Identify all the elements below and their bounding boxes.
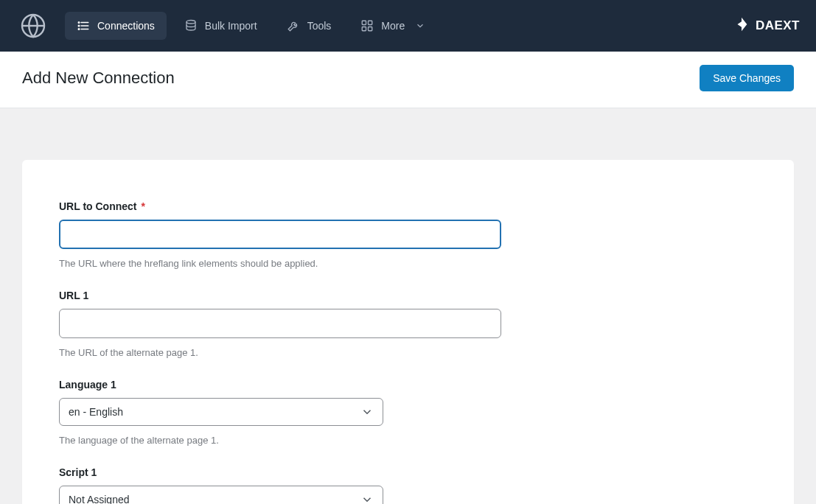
- field-language1: Language 1 en - English The language of …: [59, 379, 757, 446]
- label-text: URL 1: [59, 290, 88, 301]
- nav-bulk-import[interactable]: Bulk Import: [172, 12, 269, 40]
- select-value: en - English: [69, 406, 123, 418]
- nav-label: Bulk Import: [205, 20, 257, 32]
- nav-label: More: [381, 20, 405, 32]
- brand-mark-icon: [733, 16, 750, 36]
- field-help: The language of the alternate page 1.: [59, 435, 757, 446]
- select-value: Not Assigned: [69, 494, 130, 504]
- svg-point-6: [78, 29, 80, 30]
- field-url-to-connect: URL to Connect * The URL where the hrefl…: [59, 200, 757, 269]
- database-icon: [184, 19, 198, 32]
- field-label: Language 1: [59, 379, 757, 391]
- url1-input[interactable]: [59, 309, 501, 338]
- tools-icon: [287, 19, 300, 32]
- language1-select[interactable]: en - English: [59, 398, 383, 426]
- field-help: The URL of the alternate page 1.: [59, 347, 757, 358]
- topbar: Connections Bulk Import: [0, 0, 816, 52]
- list-icon: [77, 19, 90, 32]
- url-to-connect-input[interactable]: [59, 220, 501, 249]
- svg-rect-11: [369, 27, 372, 31]
- svg-rect-8: [363, 21, 366, 24]
- chevron-down-icon: [360, 493, 374, 504]
- field-label: Script 1: [59, 466, 757, 478]
- nav-more[interactable]: More: [349, 12, 437, 40]
- page-title: Add New Connection: [22, 69, 175, 88]
- field-script1: Script 1 Not Assigned The script of the …: [59, 466, 757, 504]
- field-label: URL 1: [59, 290, 757, 301]
- grid-icon: [360, 19, 374, 32]
- form-card: URL to Connect * The URL where the hrefl…: [22, 160, 794, 504]
- script1-select[interactable]: Not Assigned: [59, 486, 383, 504]
- field-url1: URL 1 The URL of the alternate page 1.: [59, 290, 757, 358]
- page-header: Add New Connection Save Changes: [0, 52, 816, 108]
- svg-point-4: [78, 22, 80, 24]
- nav-connections[interactable]: Connections: [65, 12, 167, 40]
- topbar-left: Connections Bulk Import: [19, 12, 437, 40]
- svg-rect-9: [369, 21, 372, 24]
- page-body: URL to Connect * The URL where the hrefl…: [0, 108, 816, 504]
- svg-rect-10: [363, 27, 366, 31]
- svg-point-5: [78, 25, 80, 27]
- nav-label: Connections: [97, 20, 155, 32]
- label-text: Script 1: [59, 466, 97, 478]
- label-text: Language 1: [59, 379, 116, 391]
- chevron-down-icon: [415, 21, 425, 31]
- nav-items: Connections Bulk Import: [65, 12, 437, 40]
- brand-name: DAEXT: [756, 18, 800, 33]
- field-help: The URL where the hreflang link elements…: [59, 258, 757, 269]
- chevron-down-icon: [360, 405, 374, 419]
- label-text: URL to Connect: [59, 200, 137, 212]
- svg-point-7: [186, 21, 195, 24]
- nav-label: Tools: [307, 20, 332, 32]
- nav-tools[interactable]: Tools: [275, 12, 344, 40]
- save-button[interactable]: Save Changes: [700, 65, 794, 91]
- field-label: URL to Connect *: [59, 200, 757, 212]
- brand-logo: DAEXT: [733, 16, 800, 36]
- globe-icon: [19, 12, 47, 40]
- required-mark: *: [141, 200, 144, 212]
